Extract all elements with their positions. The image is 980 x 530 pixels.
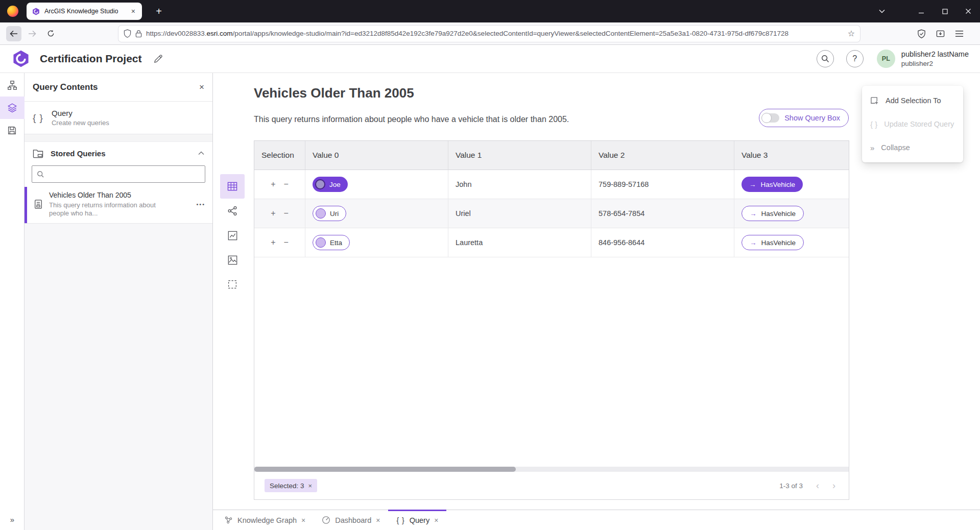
table-row[interactable]: + − Joe John 759-889-57168 →HasVehicle [254, 170, 849, 199]
toolbar-table-view-button[interactable] [220, 174, 245, 199]
folder-icon [33, 149, 43, 158]
bookmark-star-icon[interactable]: ☆ [848, 29, 855, 38]
tab-close-icon[interactable]: × [434, 516, 438, 524]
search-icon [821, 55, 829, 63]
user-avatar[interactable]: PL [877, 50, 895, 68]
braces-icon: { } [870, 120, 877, 129]
stored-queries-header[interactable]: Stored Queries [25, 142, 212, 164]
share-network-icon [227, 206, 237, 216]
list-tabs-chevron-icon[interactable] [873, 0, 891, 22]
next-page-button[interactable]: › [832, 480, 835, 491]
tab-knowledge-graph[interactable]: Knowledge Graph × [216, 510, 314, 530]
chart-icon [228, 231, 237, 240]
show-query-box-toggle[interactable]: Show Query Box [759, 109, 849, 127]
value2-cell: 759-889-57168 [591, 170, 734, 199]
window-minimize-button[interactable] [910, 0, 933, 22]
query-item-subtitle: Create new queries [52, 119, 109, 127]
firefox-icon[interactable] [7, 6, 18, 17]
rail-item-hierarchy[interactable] [0, 74, 25, 97]
entity-pill[interactable]: Uri [313, 206, 346, 221]
tab-close-icon[interactable]: × [376, 516, 380, 524]
url-text: https://dev0028833.esri.com/portal/apps/… [146, 30, 844, 37]
url-bar[interactable]: https://dev0028833.esri.com/portal/apps/… [118, 26, 860, 42]
browser-tab[interactable]: ArcGIS Knowledge Studio × [27, 3, 142, 20]
table-row[interactable]: + − Etta Lauretta 846-956-8644 →HasVehic… [254, 228, 849, 257]
user-name: publisher2 lastName [901, 50, 969, 59]
back-button[interactable] [6, 26, 21, 41]
user-block[interactable]: publisher2 lastName publisher2 [901, 50, 969, 68]
help-button[interactable]: ? [846, 50, 864, 67]
query-create-item[interactable]: { } Query Create new queries [25, 102, 212, 134]
previous-page-button[interactable]: ‹ [816, 480, 819, 491]
window-close-button[interactable] [957, 0, 980, 22]
lock-icon[interactable] [135, 30, 142, 38]
add-selection-icon [870, 97, 879, 105]
protection-shield-icon[interactable] [917, 29, 926, 38]
arrow-icon: → [750, 239, 757, 247]
panel-divider-band [25, 134, 212, 142]
tab-query[interactable]: { } Query × [388, 510, 446, 530]
remove-selection-button[interactable]: − [284, 238, 289, 247]
refresh-button[interactable] [43, 26, 58, 41]
column-header-value0: Value 0 [305, 141, 448, 170]
menu-item-add-selection-to[interactable]: Add Selection To [862, 89, 963, 112]
add-selection-button[interactable]: + [271, 209, 275, 218]
add-selection-button[interactable]: + [271, 180, 275, 189]
rail-item-save[interactable] [0, 119, 25, 141]
entity-cell: Uri [305, 199, 448, 228]
column-header-selection: Selection [254, 141, 305, 170]
window-maximize-button[interactable] [933, 0, 957, 22]
table-row[interactable]: + − Uri Uriel 578-654-7854 →HasVehicle [254, 199, 849, 228]
toolbar-selection-button[interactable] [220, 272, 245, 297]
scrollbar-thumb[interactable] [254, 467, 516, 472]
remove-selection-button[interactable]: − [284, 209, 289, 218]
stored-query-description: This query returns information about peo… [49, 201, 168, 218]
menu-item-label: Collapse [881, 143, 910, 152]
new-tab-button[interactable]: + [151, 6, 166, 17]
stored-queries-search-input[interactable] [32, 165, 205, 183]
add-selection-button[interactable]: + [271, 238, 275, 247]
chevron-up-icon[interactable] [198, 151, 204, 155]
toolbar-chart-button[interactable] [220, 223, 245, 248]
search-button[interactable] [817, 50, 834, 67]
braces-icon: { } [33, 112, 43, 124]
expand-panel-chevrons[interactable]: » [10, 515, 14, 524]
forward-button[interactable] [25, 26, 40, 41]
toolbar-map-button[interactable] [220, 248, 245, 272]
query-contents-panel: Query Contents × { } Query Create new qu… [25, 73, 213, 530]
horizontal-scrollbar[interactable] [254, 467, 849, 472]
item-options-ellipsis-icon[interactable]: ••• [196, 201, 205, 207]
save-library-icon[interactable] [936, 29, 945, 38]
browser-navbar: https://dev0028833.esri.com/portal/apps/… [0, 22, 980, 45]
toggle-switch[interactable] [762, 113, 779, 123]
tab-close-icon[interactable]: × [301, 516, 305, 524]
menu-item-collapse[interactable]: » Collapse [862, 136, 963, 159]
relationship-pill[interactable]: →HasVehicle [742, 177, 803, 192]
selected-count-chip[interactable]: Selected: 3 × [265, 479, 317, 492]
remove-selection-button[interactable]: − [284, 180, 289, 189]
toolbar-link-chart-button[interactable] [220, 199, 245, 223]
app-header: Certification Project ? PL publisher2 la… [0, 45, 980, 73]
entity-pill[interactable]: Joe [313, 177, 348, 192]
relationship-cell: →HasVehicle [734, 199, 849, 228]
tab-dashboard[interactable]: Dashboard × [314, 510, 388, 530]
relationship-pill[interactable]: →HasVehicle [742, 235, 804, 250]
arcgis-logo-icon [32, 7, 40, 16]
app-logo-icon [11, 49, 31, 68]
clear-selection-icon[interactable]: × [308, 482, 313, 490]
stored-query-item[interactable]: Vehicles Older Than 2005 This query retu… [25, 187, 212, 224]
value1-cell: John [448, 170, 591, 199]
value1-cell: Uriel [448, 199, 591, 228]
edit-pencil-icon[interactable] [153, 54, 163, 64]
entity-pill[interactable]: Etta [313, 235, 350, 250]
hamburger-menu-icon[interactable] [955, 30, 964, 37]
rail-item-contents[interactable] [0, 97, 25, 119]
tab-close-icon[interactable]: × [130, 7, 137, 15]
page-title: Vehicles Older Than 2005 [254, 85, 414, 101]
tracking-shield-icon[interactable] [124, 29, 131, 38]
hierarchy-icon [7, 80, 17, 90]
menu-item-update-stored-query[interactable]: { } Update Stored Query [862, 112, 963, 136]
dashed-square-icon [228, 280, 237, 289]
relationship-pill[interactable]: →HasVehicle [742, 206, 804, 221]
panel-close-icon[interactable]: × [199, 82, 204, 92]
